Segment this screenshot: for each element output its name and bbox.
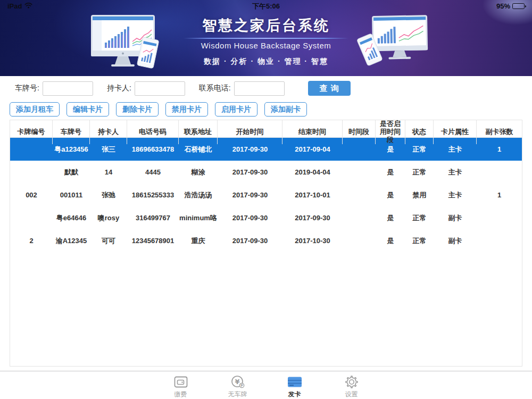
app-tagline: 数据 · 分析 · 物业 · 管理 · 智慧 [0, 57, 532, 66]
table-cell: 粤a123456 [53, 138, 90, 161]
svg-text:P: P [240, 384, 243, 388]
table-cell: 4445 [127, 161, 179, 184]
table-cell: 禁用 [405, 184, 434, 206]
table-cell [343, 229, 376, 252]
table-header-row: 卡牌编号 车牌号 持卡人 电话号码 联系地址 开始时间 结束时间 时间段 是否启… [10, 120, 522, 138]
table-cell [343, 206, 376, 229]
action-enable-card[interactable]: 启用卡片 [215, 102, 257, 117]
table-cell: 主卡 [434, 161, 477, 184]
table-cell: 2017-09-30 [282, 206, 343, 229]
bottom-tab-bar: 缴费 ¥P 无车牌 发卡 设置 [0, 371, 532, 399]
table-cell: 2017-09-30 [218, 206, 282, 229]
action-add-subcard[interactable]: 添加副卡 [264, 102, 307, 117]
table-cell: 1 [477, 138, 522, 161]
search-field-label: 车牌号: [15, 84, 39, 93]
search-input-holder[interactable] [135, 81, 185, 96]
action-disable-card[interactable]: 禁用卡片 [165, 102, 208, 117]
table-row[interactable]: 默默144445糊涂2017-09-302019-04-04是正常主卡 [10, 161, 522, 184]
table-cell: 316499767 [127, 206, 179, 229]
table-cell: 正常 [405, 138, 434, 161]
tab-label: 发卡 [288, 390, 301, 399]
header-banner: iPad 下午5:06 95% [0, 0, 532, 76]
search-input-phone[interactable] [234, 81, 285, 96]
banner-text-block: 智慧之家后台系统 Wisdom House Backstage System 数… [0, 16, 532, 66]
table-cell: 浩浩汤汤 [179, 184, 218, 206]
table-cell [477, 161, 522, 184]
table-cell [10, 161, 53, 184]
table-cell: 是 [376, 184, 405, 206]
app-window: iPad 下午5:06 95% [0, 0, 532, 399]
table-row[interactable]: 粤a123456张三18696633478石桥铺北2017-09-302017-… [10, 138, 522, 161]
table-cell: 渝A12345 [53, 229, 90, 252]
table-cell: 是 [376, 138, 405, 161]
table-cell: 002 [10, 184, 53, 206]
table-cell: 可可 [90, 229, 127, 252]
table-cell: 2017-09-30 [218, 138, 282, 161]
table-row[interactable]: 粤e64646噢rosy316499767minimum咯2017-09-302… [10, 206, 522, 229]
table-cell: 001011 [53, 184, 90, 206]
table-cell: minimum咯 [179, 206, 218, 229]
action-add-monthly[interactable]: 添加月租车 [10, 102, 60, 117]
table-cell: 副卡 [434, 229, 477, 252]
card-icon [287, 374, 303, 389]
action-delete-card[interactable]: 删除卡片 [116, 102, 159, 117]
table-cell [343, 161, 376, 184]
table-cell: 张三 [90, 138, 127, 161]
clock-label: 下午5:06 [0, 2, 532, 11]
table-cell: 2017-10-30 [282, 229, 343, 252]
app-subtitle: Wisdom House Backstage System [0, 41, 532, 50]
table-cell: 1 [477, 184, 522, 206]
table-cell: 2019-04-04 [282, 161, 343, 184]
cards-table: 卡牌编号 车牌号 持卡人 电话号码 联系地址 开始时间 结束时间 时间段 是否启… [10, 120, 522, 367]
gear-icon [344, 374, 360, 389]
table-cell: 噢rosy [90, 206, 127, 229]
tab-label: 无车牌 [228, 390, 247, 399]
table-cell: 2 [10, 229, 53, 252]
table-row[interactable]: 002001011张弛18615255333浩浩汤汤2017-09-302017… [10, 184, 522, 206]
status-bar: iPad 下午5:06 95% [0, 0, 532, 11]
table-cell: 石桥铺北 [179, 138, 218, 161]
app-title: 智慧之家后台系统 [0, 16, 532, 35]
search-row: 车牌号: 持卡人: 联系电话: 查询 [0, 80, 532, 96]
table-body: 粤a123456张三18696633478石桥铺北2017-09-302017-… [10, 138, 522, 252]
table-cell: 2017-09-30 [218, 184, 282, 206]
search-input-plate[interactable] [43, 81, 93, 96]
search-field: 持卡人: [107, 81, 185, 96]
table-cell: 是 [376, 161, 405, 184]
table-cell: 2017-09-30 [218, 161, 282, 184]
table-row[interactable]: 2渝A12345可可12345678901重庆2017-09-302017-10… [10, 229, 522, 252]
table-cell [343, 184, 376, 206]
search-field-label: 联系电话: [199, 84, 231, 93]
table-cell [477, 229, 522, 252]
table-cell [10, 206, 53, 229]
table-cell: 糊涂 [179, 161, 218, 184]
wallet-icon [173, 374, 189, 389]
table-cell: 副卡 [434, 206, 477, 229]
table-cell [343, 138, 376, 161]
table-cell: 是 [376, 229, 405, 252]
table-cell: 默默 [53, 161, 90, 184]
tab-label: 设置 [345, 390, 358, 399]
table-cell: 正常 [405, 206, 434, 229]
table-cell: 是 [376, 206, 405, 229]
query-button[interactable]: 查询 [308, 81, 351, 96]
table-cell: 粤e64646 [53, 206, 90, 229]
search-field-label: 持卡人: [107, 84, 131, 93]
table-cell: 重庆 [179, 229, 218, 252]
table-cell: 张弛 [90, 184, 127, 206]
table-cell: 正常 [405, 161, 434, 184]
tab-issue-card[interactable]: 发卡 [266, 371, 323, 399]
tab-no-plate[interactable]: ¥P 无车牌 [209, 371, 266, 399]
table-cell: 12345678901 [127, 229, 179, 252]
status-right: 95% [496, 2, 525, 10]
actions-row: 添加月租车 编辑卡片 删除卡片 禁用卡片 启用卡片 添加副卡 [10, 102, 307, 117]
search-field: 联系电话: [199, 81, 285, 96]
tab-settings[interactable]: 设置 [323, 371, 380, 399]
search-field: 车牌号: [15, 81, 93, 96]
tab-label: 缴费 [174, 390, 187, 399]
table-cell: 主卡 [434, 184, 477, 206]
action-edit-card[interactable]: 编辑卡片 [66, 102, 109, 117]
tab-pay[interactable]: 缴费 [152, 371, 209, 399]
table-cell [477, 206, 522, 229]
table-cell: 主卡 [434, 138, 477, 161]
